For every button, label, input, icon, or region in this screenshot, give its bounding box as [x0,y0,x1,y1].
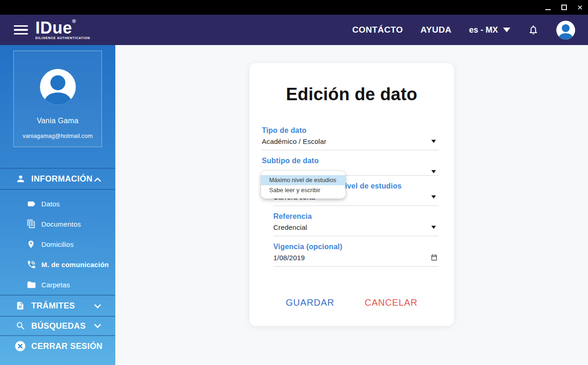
profile-email: vaniagamag@hotmail.com [23,133,93,139]
person-icon [16,174,26,184]
notifications-button[interactable] [528,24,539,35]
cancel-button[interactable]: CANCELAR [365,297,418,308]
minimize-button[interactable] [540,0,556,15]
language-label: es - MX [469,25,498,35]
field-tipo-de-dato: Tipo de dato Académico / Escolar [262,126,439,150]
dropdown-option-maximo-nivel[interactable]: Máximo nivel de estudios [261,175,345,185]
sidebar-item-documentos[interactable]: Documentos [0,214,115,234]
sidebar-item-label: Carpetas [41,281,70,289]
referencia-select[interactable]: Credencial [273,223,439,236]
vigencia-date-input[interactable]: 1/08/2019 [273,254,439,267]
caret-down-icon [431,140,436,143]
logo-tagline: DILIGENCE AUTHENTICATION [35,36,90,40]
sidebar-section-informacion[interactable]: INFORMACIÓN [0,168,115,190]
logout-label: CERRAR SESIÓN [31,342,102,351]
subtipo-dropdown-list: Máximo nivel de estudios Sabe leer y esc… [261,171,345,199]
sidebar: Vania Gama vaniagamag@hotmail.com INFORM… [0,45,115,365]
select-value: Académico / Escolar [262,137,327,145]
sidebar-item-carpetas[interactable]: Carpetas [0,274,115,295]
date-value: 1/08/2019 [273,254,305,262]
section-label: INFORMACIÓN [31,174,92,184]
field-label: Tipo de dato [262,126,439,134]
app-header: IDue® DILIGENCE AUTHENTICATION CONTÁCTO … [0,15,588,45]
sidebar-nav: INFORMACIÓN Datos Documentos Domicil [0,168,115,356]
sidebar-item-label: Domicilios [41,240,74,248]
person-icon [556,21,575,40]
chevron-down-icon [94,302,102,309]
app-logo: IDue® DILIGENCE AUTHENTICATION [35,20,90,40]
field-referencia: Referencia Credencial [273,212,439,236]
field-vigencia: Vigencia (opcional) 1/08/2019 [273,243,439,267]
maximize-icon [561,5,567,10]
caret-down-icon [503,28,510,32]
sidebar-item-label: Documentos [41,220,81,228]
caret-down-icon [431,170,436,173]
phone-icon [27,260,36,269]
minimize-icon [545,9,551,10]
contact-link[interactable]: CONTÁCTO [352,25,403,35]
save-button[interactable]: GUARDAR [286,297,334,308]
field-label: Vigencia (opcional) [273,243,439,251]
user-avatar-button[interactable] [556,21,575,40]
search-icon [16,321,26,331]
profile-avatar [40,69,76,105]
logout-button[interactable]: CERRAR SESIÓN [0,336,115,356]
main-content: Edición de dato Tipo de dato Académico /… [115,45,588,365]
help-link[interactable]: AYUDA [420,25,452,35]
select-value: Credencial [273,223,307,231]
sidebar-item-datos[interactable]: Datos [0,194,115,214]
informacion-submenu: Datos Documentos Domicilios M. de comuni… [0,190,115,295]
sidebar-section-tramites[interactable]: TRÁMITES [0,295,115,317]
calendar-icon [430,254,438,261]
chevron-down-icon [94,321,102,329]
hamburger-menu-button[interactable] [14,23,28,37]
logo-text: IDue [35,18,72,37]
chevron-up-icon [94,177,102,185]
modal-actions: GUARDAR CANCELAR [249,297,454,308]
tag-icon [27,199,36,209]
folder-icon [27,280,36,290]
edit-data-modal: Edición de dato Tipo de dato Académico /… [249,63,454,326]
documents-icon [27,219,36,228]
location-pin-icon [27,240,36,249]
menu-icon [14,25,28,27]
sidebar-section-busquedas[interactable]: BÚSQUEDAS [0,317,115,336]
edit-data-form: Tipo de dato Académico / Escolar Subtipo… [262,126,439,273]
document-icon [16,301,26,310]
sidebar-item-medios-comunicacion[interactable]: M. de comunicación [0,254,115,274]
section-label: BÚSQUEDAS [31,321,86,331]
tipo-de-dato-select[interactable]: Académico / Escolar [262,137,439,150]
field-label: Referencia [273,212,439,220]
window-titlebar: × [0,0,588,15]
close-circle-icon [15,341,26,352]
profile-card: Vania Gama vaniagamag@hotmail.com [13,51,102,147]
caret-down-icon [431,226,436,229]
person-icon [40,69,76,105]
close-button[interactable]: × [572,0,588,15]
dropdown-option-sabe-leer[interactable]: Sabe leer y escribir [261,185,345,195]
section-label: TRÁMITES [31,301,75,311]
field-label: Subtipo de dato [262,157,439,165]
maximize-button[interactable] [556,0,572,15]
profile-name: Vania Gama [37,117,79,125]
caret-down-icon [431,195,436,199]
language-selector[interactable]: es - MX [469,25,510,35]
sidebar-item-label: Datos [41,200,60,208]
sidebar-item-domicilios[interactable]: Domicilios [0,234,115,254]
close-icon: × [577,3,583,12]
sidebar-item-label: M. de comunicación [41,261,109,268]
modal-title: Edición de dato [249,85,454,104]
bell-icon [528,24,539,35]
registered-mark: ® [72,18,76,24]
